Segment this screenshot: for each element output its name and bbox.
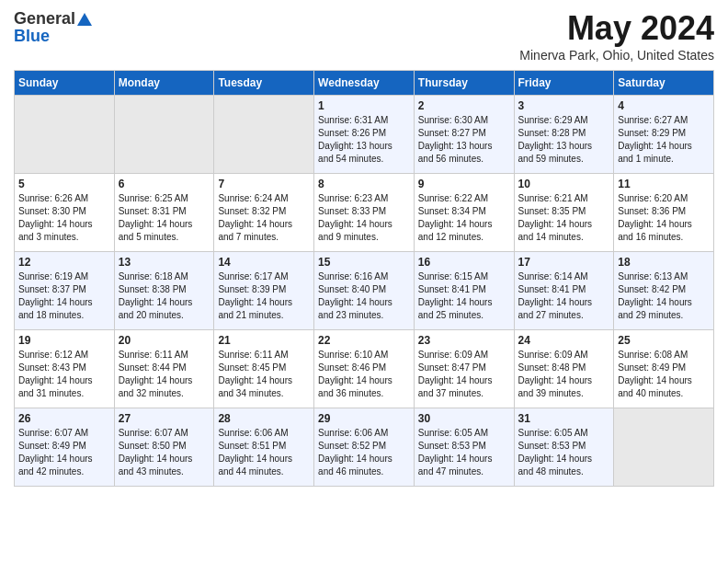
daylight-text: Daylight: 14 hours and 48 minutes. xyxy=(518,454,593,477)
sunset-text: Sunset: 8:28 PM xyxy=(518,128,586,138)
week-row-2: 5 Sunrise: 6:26 AM Sunset: 8:30 PM Dayli… xyxy=(15,174,714,252)
sunrise-text: Sunrise: 6:24 AM xyxy=(218,193,288,203)
day-number: 30 xyxy=(418,412,510,425)
day-number: 2 xyxy=(418,99,510,112)
daylight-text: Daylight: 14 hours and 1 minute. xyxy=(618,141,692,164)
calendar-cell: 15 Sunrise: 6:16 AM Sunset: 8:40 PM Dayl… xyxy=(314,252,415,330)
day-number: 13 xyxy=(119,256,210,269)
sunset-text: Sunset: 8:35 PM xyxy=(518,206,586,216)
col-header-saturday: Saturday xyxy=(614,71,714,96)
day-number: 19 xyxy=(18,334,110,347)
sunrise-text: Sunrise: 6:31 AM xyxy=(318,115,388,125)
day-number: 18 xyxy=(618,256,710,269)
calendar-cell: 19 Sunrise: 6:12 AM Sunset: 8:43 PM Dayl… xyxy=(15,330,115,408)
calendar-cell xyxy=(214,96,314,174)
daylight-text: Daylight: 14 hours and 5 minutes. xyxy=(119,219,193,242)
sunrise-text: Sunrise: 6:07 AM xyxy=(119,428,188,438)
sunrise-text: Sunrise: 6:25 AM xyxy=(119,193,188,203)
daylight-text: Daylight: 14 hours and 44 minutes. xyxy=(218,454,292,477)
day-number: 16 xyxy=(418,256,510,269)
calendar-cell: 25 Sunrise: 6:08 AM Sunset: 8:49 PM Dayl… xyxy=(614,330,714,408)
calendar-cell: 29 Sunrise: 6:06 AM Sunset: 8:52 PM Dayl… xyxy=(314,408,415,487)
daylight-text: Daylight: 14 hours and 14 minutes. xyxy=(518,219,593,242)
daylight-text: Daylight: 14 hours and 12 minutes. xyxy=(418,219,493,242)
sunset-text: Sunset: 8:39 PM xyxy=(218,284,286,294)
week-row-4: 19 Sunrise: 6:12 AM Sunset: 8:43 PM Dayl… xyxy=(15,330,714,408)
sunrise-text: Sunrise: 6:21 AM xyxy=(518,193,588,203)
sunset-text: Sunset: 8:31 PM xyxy=(119,206,187,216)
cell-content: Sunrise: 6:31 AM Sunset: 8:26 PM Dayligh… xyxy=(318,114,410,166)
daylight-text: Daylight: 14 hours and 37 minutes. xyxy=(418,375,493,398)
sunset-text: Sunset: 8:40 PM xyxy=(318,284,386,294)
cell-content: Sunrise: 6:16 AM Sunset: 8:40 PM Dayligh… xyxy=(318,270,410,322)
daylight-text: Daylight: 14 hours and 46 minutes. xyxy=(318,454,392,477)
day-number: 31 xyxy=(518,412,610,425)
cell-content: Sunrise: 6:06 AM Sunset: 8:51 PM Dayligh… xyxy=(218,427,310,478)
cell-content: Sunrise: 6:11 AM Sunset: 8:44 PM Dayligh… xyxy=(119,349,210,400)
daylight-text: Daylight: 14 hours and 21 minutes. xyxy=(218,297,292,320)
sunrise-text: Sunrise: 6:11 AM xyxy=(119,350,188,360)
calendar-cell: 11 Sunrise: 6:20 AM Sunset: 8:36 PM Dayl… xyxy=(614,174,714,252)
daylight-text: Daylight: 14 hours and 23 minutes. xyxy=(318,297,392,320)
sunrise-text: Sunrise: 6:09 AM xyxy=(418,350,488,360)
sunrise-text: Sunrise: 6:06 AM xyxy=(318,428,388,438)
week-row-3: 12 Sunrise: 6:19 AM Sunset: 8:37 PM Dayl… xyxy=(15,252,714,330)
calendar-table: SundayMondayTuesdayWednesdayThursdayFrid… xyxy=(14,70,714,487)
sunset-text: Sunset: 8:49 PM xyxy=(18,441,86,451)
col-header-wednesday: Wednesday xyxy=(314,71,415,96)
day-number: 4 xyxy=(618,99,710,112)
sunset-text: Sunset: 8:47 PM xyxy=(418,362,486,373)
cell-content: Sunrise: 6:20 AM Sunset: 8:36 PM Dayligh… xyxy=(618,192,710,244)
daylight-text: Daylight: 14 hours and 3 minutes. xyxy=(18,219,93,242)
day-number: 10 xyxy=(518,178,610,190)
sunset-text: Sunset: 8:41 PM xyxy=(418,284,486,294)
day-number: 21 xyxy=(218,334,310,347)
sunset-text: Sunset: 8:37 PM xyxy=(18,284,86,294)
day-number: 25 xyxy=(618,334,710,347)
calendar-cell: 28 Sunrise: 6:06 AM Sunset: 8:51 PM Dayl… xyxy=(214,408,314,487)
daylight-text: Daylight: 13 hours and 56 minutes. xyxy=(418,141,493,164)
cell-content: Sunrise: 6:24 AM Sunset: 8:32 PM Dayligh… xyxy=(218,192,310,244)
calendar-cell: 30 Sunrise: 6:05 AM Sunset: 8:53 PM Dayl… xyxy=(414,408,514,487)
cell-content: Sunrise: 6:05 AM Sunset: 8:53 PM Dayligh… xyxy=(518,427,610,478)
daylight-text: Daylight: 14 hours and 34 minutes. xyxy=(218,375,292,398)
col-header-monday: Monday xyxy=(114,71,214,96)
calendar-cell: 31 Sunrise: 6:05 AM Sunset: 8:53 PM Dayl… xyxy=(514,408,614,487)
sunset-text: Sunset: 8:27 PM xyxy=(418,128,486,138)
sunset-text: Sunset: 8:29 PM xyxy=(618,128,686,138)
sunrise-text: Sunrise: 6:05 AM xyxy=(518,428,588,438)
sunset-text: Sunset: 8:30 PM xyxy=(18,206,86,216)
daylight-text: Daylight: 13 hours and 59 minutes. xyxy=(518,141,593,164)
daylight-text: Daylight: 14 hours and 7 minutes. xyxy=(218,219,292,242)
sunset-text: Sunset: 8:34 PM xyxy=(418,206,486,216)
day-number: 7 xyxy=(218,178,310,190)
daylight-text: Daylight: 14 hours and 39 minutes. xyxy=(518,375,593,398)
cell-content: Sunrise: 6:14 AM Sunset: 8:41 PM Dayligh… xyxy=(518,270,610,322)
sunset-text: Sunset: 8:49 PM xyxy=(618,362,686,373)
sunrise-text: Sunrise: 6:22 AM xyxy=(418,193,488,203)
day-number: 12 xyxy=(18,256,110,269)
cell-content: Sunrise: 6:23 AM Sunset: 8:33 PM Dayligh… xyxy=(318,192,410,244)
sunset-text: Sunset: 8:32 PM xyxy=(218,206,286,216)
sunrise-text: Sunrise: 6:27 AM xyxy=(618,115,688,125)
day-number: 22 xyxy=(318,334,410,347)
cell-content: Sunrise: 6:22 AM Sunset: 8:34 PM Dayligh… xyxy=(418,192,510,244)
col-header-sunday: Sunday xyxy=(15,71,115,96)
sunrise-text: Sunrise: 6:29 AM xyxy=(518,115,588,125)
logo-blue-text: Blue xyxy=(14,27,50,46)
calendar-cell: 10 Sunrise: 6:21 AM Sunset: 8:35 PM Dayl… xyxy=(514,174,614,252)
calendar-cell: 12 Sunrise: 6:19 AM Sunset: 8:37 PM Dayl… xyxy=(15,252,115,330)
sunrise-text: Sunrise: 6:09 AM xyxy=(518,350,588,360)
sunrise-text: Sunrise: 6:12 AM xyxy=(18,350,88,360)
day-number: 20 xyxy=(119,334,210,347)
sunset-text: Sunset: 8:41 PM xyxy=(518,284,586,294)
daylight-text: Daylight: 14 hours and 29 minutes. xyxy=(618,297,692,320)
day-number: 3 xyxy=(518,99,610,112)
cell-content: Sunrise: 6:11 AM Sunset: 8:45 PM Dayligh… xyxy=(218,349,310,400)
cell-content: Sunrise: 6:12 AM Sunset: 8:43 PM Dayligh… xyxy=(18,349,110,400)
daylight-text: Daylight: 14 hours and 42 minutes. xyxy=(18,454,93,477)
calendar-cell: 20 Sunrise: 6:11 AM Sunset: 8:44 PM Dayl… xyxy=(114,330,214,408)
day-number: 15 xyxy=(318,256,410,269)
sunrise-text: Sunrise: 6:05 AM xyxy=(418,428,488,438)
calendar-cell: 5 Sunrise: 6:26 AM Sunset: 8:30 PM Dayli… xyxy=(15,174,115,252)
